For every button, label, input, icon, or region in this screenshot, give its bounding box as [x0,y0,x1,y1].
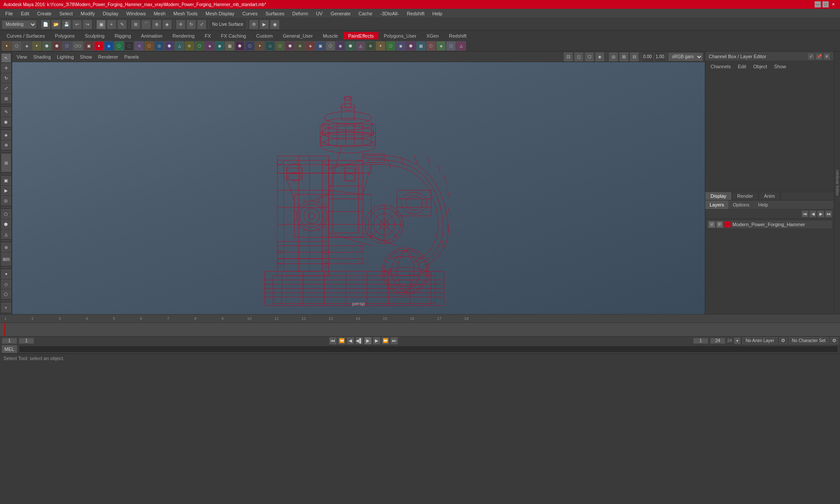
snap-surface-btn[interactable]: ◈ [162,20,172,29]
layer-tab-layers[interactable]: Layers [705,200,728,209]
ch-tab-channels[interactable]: Channels [707,63,734,71]
select-tool-btn[interactable]: ▣ [96,20,106,29]
wireframe-btn[interactable]: ⬡ [584,52,594,62]
layer-tab-help[interactable]: Help [754,200,773,209]
menu-deform[interactable]: Deform [289,10,312,17]
shelf-icon-4[interactable]: ✦ [32,41,42,51]
sculpt-btn[interactable]: ✎ [1,107,11,116]
menu-uv[interactable]: UV [312,10,326,17]
open-scene-btn[interactable]: 📂 [51,20,61,29]
shelf-icon-27[interactable]: ◇ [265,41,275,51]
shelf-icon-24[interactable]: ⬟ [235,41,245,51]
menu-3dtoall[interactable]: -3DtoAll- [377,10,402,17]
menu-file[interactable]: File [2,10,17,17]
frame-sel-btn[interactable]: ⊟ [630,52,639,62]
render-btn-left[interactable]: ▶ [1,186,11,195]
tab-muscle[interactable]: Muscle [318,32,343,39]
shelf-icon-1[interactable]: ▾ [2,41,11,51]
shelf-icon-18[interactable]: ◬ [175,41,184,51]
rp-close-btn[interactable]: ✕ [823,53,830,60]
viewport[interactable]: persp X Y Z [12,62,705,314]
snap-point-btn[interactable]: ⊕ [152,20,161,29]
camera-btn[interactable]: ◎ [1,196,11,205]
tab-painteffects[interactable]: PaintEffects [343,32,379,39]
shelf-icon-36[interactable]: ◬ [356,41,365,51]
layer-nav-next[interactable]: ▶ [817,210,824,217]
artisan-btn[interactable]: ◉ [1,117,11,126]
new-scene-btn[interactable]: 📄 [41,20,50,29]
shelf-icon-31[interactable]: ◈ [305,41,315,51]
scale-tool-btn[interactable]: ⤢ [197,20,206,29]
shelf-icon-45[interactable]: ⬡ [446,41,456,51]
menu-curves[interactable]: Curves [239,10,261,17]
shelf-icon-29[interactable]: ⬢ [285,41,295,51]
tab-general-user[interactable]: General_User [278,32,317,39]
menu-create[interactable]: Create [34,10,55,17]
select-mode-btn[interactable]: ◻ [574,52,584,62]
shelf-icon-12[interactable]: ⬡ [114,41,124,51]
color-mode-select[interactable]: sRGB gamma [668,52,703,61]
next-key-btn[interactable]: ▶ [373,337,381,345]
tab-fx[interactable]: FX [200,32,216,39]
rp-pin-btn[interactable]: 📌 [816,53,822,60]
shelf-icon-42[interactable]: ▦ [416,41,426,51]
rp-tab-display[interactable]: Display [705,192,732,200]
layer-nav-last[interactable]: ⏭ [825,210,832,217]
frame-type-btn[interactable]: ▾ [734,337,741,344]
layer-vis-v[interactable]: V [709,221,715,228]
menu-cache[interactable]: Cache [355,10,376,17]
shelf-icon-19[interactable]: ⊛ [185,41,194,51]
redo-btn[interactable]: ↪ [83,20,92,29]
move-tool[interactable]: ✛ [1,63,11,73]
transform-tool[interactable]: ⊞ [1,94,11,103]
tab-redshift[interactable]: Redshift [444,32,471,39]
close-button[interactable]: ✕ [830,1,836,7]
shelf-icon-33[interactable]: ⬡ [326,41,335,51]
undo-btn[interactable]: ↩ [72,20,82,29]
ch-tab-object[interactable]: Object [749,63,770,71]
shelf-icon-11[interactable]: ◉ [104,41,114,51]
shelf-icon-43[interactable]: ⬠ [426,41,436,51]
shelf-icon-30[interactable]: ⊕ [295,41,305,51]
snap-grid-btn[interactable]: ⊞ [131,20,140,29]
shelf-icon-9[interactable]: ▣ [84,41,94,51]
tab-animation[interactable]: Animation [136,32,167,39]
range-start-input[interactable] [2,338,17,344]
mel-input[interactable] [19,346,838,353]
tab-rendering[interactable]: Rendering [168,32,200,39]
tab-curves-surfaces[interactable]: Curves / Surfaces [2,32,49,39]
menu-edit[interactable]: Edit [18,10,33,17]
tab-polygons-user[interactable]: Polygons_User [379,32,421,39]
move-tool-btn[interactable]: ✛ [176,20,186,29]
scale-tool[interactable]: ⤢ [1,84,11,93]
grid-btn[interactable]: ⊞ [1,154,11,172]
shelf-icon-22[interactable]: ◉ [215,41,224,51]
isolate-btn[interactable]: ◎ [609,52,618,62]
show-menu[interactable]: Show [77,53,95,60]
menu-display[interactable]: Display [99,10,122,17]
shading-menu[interactable]: Shading [31,53,53,60]
shelf-icon-15[interactable]: ⬡ [144,41,154,51]
select-tool[interactable]: ↖ [1,53,11,63]
shelf-icon-37[interactable]: ⊛ [366,41,375,51]
prop3-btn[interactable]: ◬ [1,230,11,239]
tab-rigging[interactable]: Rigging [110,32,136,39]
lasso-tool-btn[interactable]: ⌖ [107,20,116,29]
shelf-icon-17[interactable]: ⬢ [164,41,174,51]
misc4-btn[interactable]: ◇ [1,280,11,289]
misc1-btn[interactable]: ⊛ [1,243,11,252]
frame-all-btn[interactable]: ⊞ [619,52,629,62]
shelf-icon-10[interactable]: ● [94,41,104,51]
rotate-tool[interactable]: ↻ [1,74,11,83]
anim-start-input[interactable] [693,338,708,344]
skip-back-btn[interactable]: ⏮ [329,337,337,345]
shelf-icon-21[interactable]: ◈ [205,41,214,51]
menu-mesh[interactable]: Mesh [150,10,169,17]
rotate-tool-btn[interactable]: ↻ [186,20,196,29]
shelf-icon-39[interactable]: ⬡ [386,41,396,51]
tab-fxcaching[interactable]: FX Caching [216,32,251,39]
shelf-icon-8[interactable]: ⬡⬡ [72,41,84,51]
panels-menu[interactable]: Panels [122,53,142,60]
renderer-menu[interactable]: Renderer [95,53,121,60]
layer-vis-btn[interactable]: ▣ [1,176,11,185]
